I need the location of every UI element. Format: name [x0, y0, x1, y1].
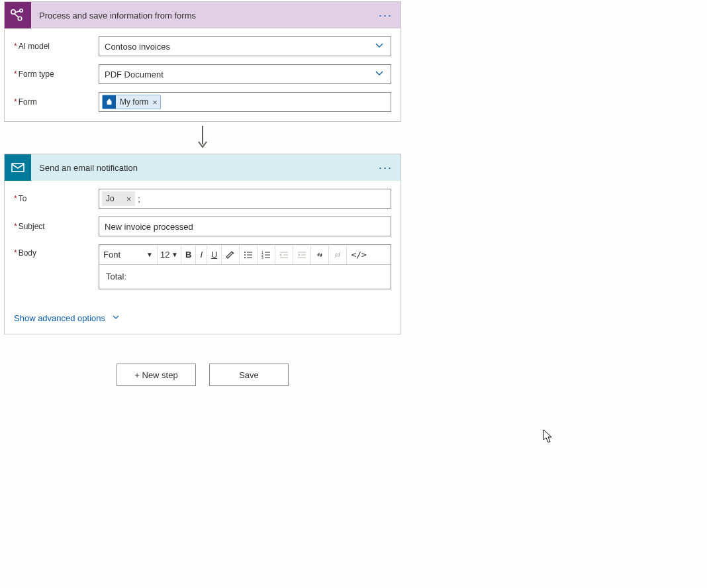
- svg-text:3: 3: [261, 256, 263, 260]
- ai-model-label: *AI model: [14, 42, 99, 51]
- step1-menu-button[interactable]: ···: [379, 2, 393, 28]
- indent-button[interactable]: [293, 246, 311, 264]
- mail-icon: [5, 154, 31, 181]
- form-type-select[interactable]: PDF Document: [99, 64, 391, 84]
- ai-builder-icon: [5, 2, 31, 28]
- mouse-cursor: [543, 429, 553, 444]
- bullet-list-button[interactable]: [240, 246, 258, 264]
- underline-button[interactable]: U: [207, 246, 222, 264]
- svg-point-0: [11, 10, 15, 14]
- remove-to-token-button[interactable]: ×: [126, 194, 132, 204]
- step2-header[interactable]: Send an email notification ···: [5, 154, 401, 181]
- italic-button[interactable]: I: [196, 246, 207, 264]
- form-type-label: *Form type: [14, 70, 99, 79]
- font-select[interactable]: Font▼: [99, 246, 158, 264]
- step2-title: Send an email notification: [31, 163, 138, 173]
- chevron-down-icon: [375, 41, 384, 52]
- font-size-select[interactable]: 12▼: [158, 246, 181, 264]
- to-token-label: Jo: [106, 194, 115, 203]
- bold-button[interactable]: B: [181, 246, 196, 264]
- color-button[interactable]: [222, 246, 240, 264]
- code-view-button[interactable]: </>: [347, 246, 370, 264]
- to-label: *To: [14, 194, 99, 203]
- flow-arrow: [4, 122, 401, 154]
- body-editor: Font▼ 12▼ B I U: [99, 244, 391, 289]
- form-type-value: PDF Document: [105, 70, 164, 79]
- body-label: *Body: [14, 244, 99, 258]
- subject-input[interactable]: New invoice processed: [99, 217, 391, 236]
- to-token[interactable]: Jo ×: [102, 191, 135, 206]
- new-step-button[interactable]: + New step: [117, 364, 196, 386]
- step-process-save-forms: Process and save information from forms …: [4, 1, 401, 122]
- outdent-button[interactable]: [275, 246, 293, 264]
- form-token[interactable]: My form ×: [102, 95, 161, 109]
- ai-model-select[interactable]: Contoso invoices: [99, 36, 391, 56]
- chevron-down-icon: [375, 69, 384, 80]
- number-list-button[interactable]: 1 2 3: [258, 246, 275, 264]
- svg-line-4: [15, 14, 19, 18]
- attachment-icon: [103, 95, 116, 109]
- body-content[interactable]: Total:: [99, 265, 391, 289]
- form-label: *Form: [14, 97, 99, 107]
- save-button[interactable]: Save: [209, 364, 289, 386]
- svg-point-12: [244, 257, 246, 258]
- editor-toolbar: Font▼ 12▼ B I U: [99, 245, 391, 265]
- subject-label: *Subject: [14, 222, 99, 231]
- remove-token-button[interactable]: ×: [152, 97, 158, 107]
- subject-value: New invoice processed: [105, 222, 193, 232]
- unlink-button[interactable]: [329, 246, 347, 264]
- show-advanced-options[interactable]: Show advanced options: [5, 299, 401, 334]
- form-input[interactable]: My form ×: [99, 92, 391, 112]
- step1-header[interactable]: Process and save information from forms …: [5, 2, 401, 28]
- svg-point-1: [20, 9, 23, 12]
- svg-point-10: [244, 254, 246, 256]
- svg-rect-7: [12, 164, 24, 172]
- to-suffix: ;: [138, 194, 140, 204]
- step2-menu-button[interactable]: ···: [379, 154, 393, 181]
- to-input[interactable]: Jo × ;: [99, 189, 391, 209]
- ai-model-value: Contoso invoices: [105, 42, 170, 52]
- svg-point-8: [244, 252, 246, 253]
- chevron-down-icon: [112, 313, 120, 323]
- step1-title: Process and save information from forms: [31, 11, 196, 21]
- step-send-email: Send an email notification ··· *To Jo × …: [4, 154, 401, 334]
- link-button[interactable]: [311, 246, 329, 264]
- form-token-label: My form: [120, 97, 148, 107]
